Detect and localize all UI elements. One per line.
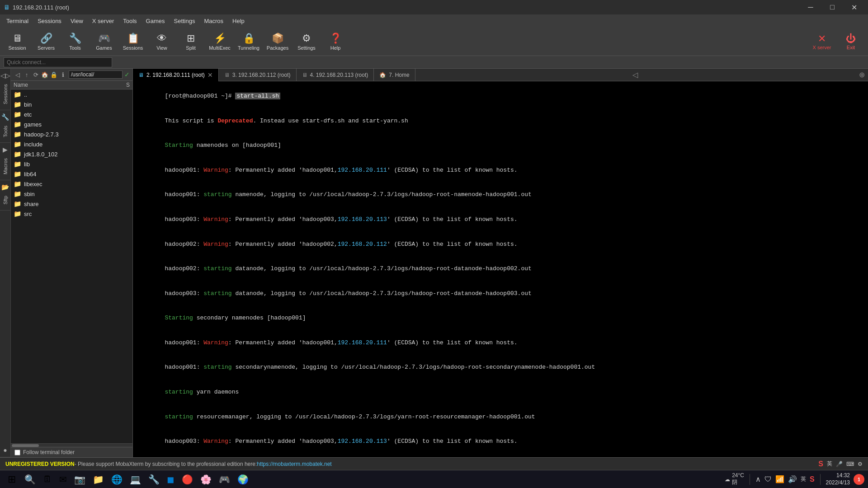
sessions-panel-tab[interactable]: ◁▷ Sessions: [0, 69, 10, 110]
list-item[interactable]: 📁 lib64: [11, 169, 132, 179]
minimize-button[interactable]: ─: [800, 0, 821, 14]
path-up-icon[interactable]: ↑: [23, 70, 31, 79]
list-item[interactable]: 📁 etc: [11, 109, 132, 119]
toolbar-servers[interactable]: 🔗 Servers: [33, 29, 60, 54]
taskbar-intellij[interactable]: 🔧: [146, 471, 162, 488]
path-back-icon[interactable]: ◁: [14, 70, 22, 79]
menu-macros[interactable]: Macros: [199, 14, 228, 27]
list-item[interactable]: 📁 games: [11, 119, 132, 129]
status-message: - Please support MobaXterm by subscribin…: [75, 461, 257, 467]
mobaxterm-link[interactable]: https://mobaxterm.mobatek.net: [257, 461, 331, 467]
tab-3-icon: 🖥: [224, 72, 230, 78]
menu-games[interactable]: Games: [142, 14, 170, 27]
file-scrollbar[interactable]: [11, 443, 132, 447]
tab-2[interactable]: 🖥 2. 192.168.20.111 (root) ✕: [133, 69, 219, 81]
scrollbar-thumb[interactable]: [12, 444, 39, 447]
follow-folder-checkbox[interactable]: [14, 450, 20, 455]
path-home-icon[interactable]: 🏠: [41, 70, 49, 79]
path-refresh-icon[interactable]: ⟳: [32, 70, 40, 79]
toolbar-games[interactable]: 🎮 Games: [90, 29, 118, 54]
toolbar-multiexec[interactable]: ⚡ MultiExec: [206, 29, 233, 54]
list-item[interactable]: 📁 sbin: [11, 189, 132, 199]
start-button[interactable]: ⊞: [4, 471, 20, 488]
taskbar-search[interactable]: 🔍: [22, 471, 38, 488]
list-item[interactable]: 📁 lib: [11, 159, 132, 169]
folder-icon: 📁: [14, 91, 21, 98]
toolbar-settings[interactable]: ⚙ Settings: [293, 29, 320, 54]
toolbar-exit[interactable]: ⏻ Exit: [837, 29, 864, 54]
menu-bar: Terminal Sessions View X server Tools Ga…: [0, 14, 868, 27]
notification-button[interactable]: 1: [854, 474, 864, 485]
toolbar-view[interactable]: 👁 View: [148, 29, 175, 54]
list-item[interactable]: 📁 jdk1.8.0_102: [11, 149, 132, 159]
taskbar-terminal[interactable]: 💻: [127, 471, 144, 488]
terminal-line: Starting secondary namenodes [hadoop001]: [137, 306, 864, 331]
col-name-header: Name: [14, 82, 116, 88]
taskbar-browser[interactable]: 🌐: [108, 471, 125, 488]
menu-help[interactable]: Help: [228, 14, 249, 27]
list-item[interactable]: 📁 bin: [11, 99, 132, 109]
list-item[interactable]: 📁 libexec: [11, 179, 132, 189]
maximize-button[interactable]: □: [822, 0, 843, 14]
taskbar-calendar[interactable]: 🗓: [40, 471, 55, 488]
taskbar-photos[interactable]: 📷: [71, 471, 88, 488]
list-item[interactable]: 📁 include: [11, 139, 132, 149]
menu-terminal[interactable]: Terminal: [2, 14, 33, 27]
settings-icon: ⚙: [302, 33, 311, 44]
toolbar-tools[interactable]: 🔧 Tools: [61, 29, 89, 54]
menu-tools[interactable]: Tools: [118, 14, 141, 27]
path-info-icon[interactable]: ℹ: [59, 70, 67, 79]
tab-4[interactable]: 🖥 4. 192.168.20.113 (root): [297, 69, 374, 81]
session-label: Session: [8, 45, 26, 51]
folder-icon: 📁: [14, 131, 21, 138]
taskbar-globe[interactable]: 🌍: [235, 471, 251, 488]
file-panel: ◁ ↑ ⟳ 🏠 🔒 ℹ /usr/local/ ✓ Name S 📁 .. 📁 …: [11, 69, 133, 457]
tab-7[interactable]: 🏠 7. Home: [374, 69, 415, 81]
folder-icon: 📁: [14, 160, 21, 168]
menu-settings[interactable]: Settings: [170, 14, 200, 27]
bottom-dot-icon: ●: [2, 445, 8, 455]
toolbar-tunneling[interactable]: 🔒 Tunneling: [235, 29, 262, 54]
menu-xserver[interactable]: X server: [88, 14, 118, 27]
toolbar-split[interactable]: ⊞ Split: [177, 29, 204, 54]
menu-sessions[interactable]: Sessions: [33, 14, 66, 27]
list-item[interactable]: 📁 hadoop-2.7.3: [11, 129, 132, 139]
tray-chevron[interactable]: ∧: [755, 475, 761, 483]
menu-view[interactable]: View: [66, 14, 88, 27]
sftp-label: Sftp: [1, 192, 9, 208]
sftp-panel-tab[interactable]: 📂 Sftp: [0, 180, 10, 211]
list-item[interactable]: 📁 share: [11, 199, 132, 209]
tab-3[interactable]: 🖥 3. 192.168.20.112 (root): [219, 69, 297, 81]
list-item[interactable]: 📁 ..: [11, 89, 132, 99]
tools-panel-tab[interactable]: 🔧 Tools: [0, 110, 10, 143]
file-list: 📁 .. 📁 bin 📁 etc 📁 games 📁 hadoop-2.7.3 …: [11, 89, 132, 443]
taskbar-app11[interactable]: 🎮: [216, 471, 233, 488]
toolbar-session[interactable]: 🖥 Session: [4, 29, 31, 54]
tab-nav-right[interactable]: ⊕: [855, 69, 868, 81]
toolbar-xserver[interactable]: ✕ X server: [808, 29, 835, 54]
terminal-content[interactable]: [root@hadoop001 ~]# start-all.sh This sc…: [133, 81, 868, 457]
quick-connect-input[interactable]: [4, 57, 112, 67]
tab-2-close[interactable]: ✕: [208, 71, 213, 79]
toolbar-sessions[interactable]: 📋 Sessions: [119, 29, 146, 54]
toolbar-packages[interactable]: 📦 Packages: [264, 29, 291, 54]
taskbar-files[interactable]: 📁: [90, 471, 107, 488]
ime-label: 英: [827, 460, 832, 468]
weather-widget: ☁ 24°C 阴: [725, 472, 744, 486]
list-item[interactable]: 📁 src: [11, 209, 132, 219]
folder-icon: 📁: [14, 170, 21, 178]
macros-panel-tab[interactable]: ▶ Macros: [0, 143, 10, 180]
system-clock[interactable]: 14:32 2022/4/13: [826, 472, 850, 486]
bottom-icon[interactable]: ●: [0, 443, 10, 457]
terminal-line: hadoop001: Warning: Permanently added 'h…: [137, 331, 864, 356]
taskbar-app9[interactable]: 🔴: [179, 471, 196, 488]
toolbar-help[interactable]: ❓ Help: [322, 29, 349, 54]
close-button[interactable]: ✕: [844, 0, 864, 14]
path-lock-icon[interactable]: 🔒: [50, 70, 58, 79]
taskbar-mail[interactable]: ✉: [57, 471, 70, 488]
file-path-text[interactable]: /usr/local/: [69, 70, 123, 79]
tab-nav-left[interactable]: ◁: [629, 69, 642, 81]
taskbar-app10[interactable]: 🌸: [198, 471, 214, 488]
taskbar-vscode[interactable]: ◼: [164, 471, 177, 488]
taskbar-right: ☁ 24°C 阴 ∧ 🛡 📶 🔊 英 S 14:32 2022/4/13 1: [725, 472, 864, 486]
